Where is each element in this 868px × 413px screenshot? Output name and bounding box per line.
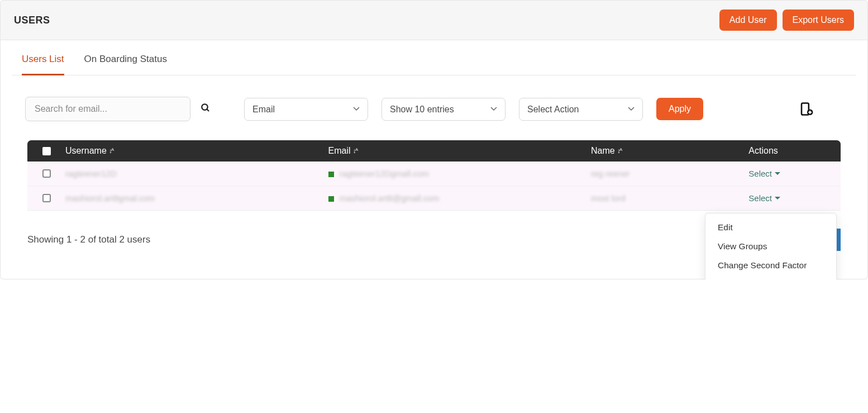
page-header: USERS Add User Export Users bbox=[0, 0, 868, 40]
sort-icon: ↓ᴬ bbox=[109, 147, 113, 155]
select-all-checkbox[interactable] bbox=[42, 147, 51, 155]
tabs-bar: Users List On Boarding Status bbox=[12, 40, 856, 75]
column-name-label: Name bbox=[591, 146, 615, 156]
row-checkbox[interactable] bbox=[42, 194, 51, 202]
column-username[interactable]: Username ↓ᴬ bbox=[65, 146, 328, 156]
filter-row: Email Show 10 entries Select Action Appl… bbox=[12, 75, 856, 140]
row-email: mashiorol.art8@gmall.com bbox=[328, 193, 592, 203]
search-group bbox=[25, 97, 211, 121]
email-filter-select[interactable]: Email bbox=[244, 98, 368, 121]
apply-button[interactable]: Apply bbox=[656, 98, 703, 120]
dropdown-change-second-factor[interactable]: Change Second Factor bbox=[705, 256, 836, 275]
row-actions-cell: Select bbox=[748, 193, 841, 203]
column-actions: Actions bbox=[748, 146, 841, 156]
caret-down-icon bbox=[775, 172, 780, 175]
status-dot-icon bbox=[328, 172, 334, 177]
row-checkbox[interactable] bbox=[42, 169, 51, 178]
row-checkbox-cell bbox=[27, 194, 65, 202]
search-icon[interactable] bbox=[201, 103, 211, 116]
row-email-text: ragteener12Dgmall.com bbox=[340, 169, 429, 178]
row-actions-cell: Select bbox=[748, 169, 841, 178]
svg-point-0 bbox=[202, 104, 208, 110]
table-header-row: Username ↓ᴬ Email ↓ᴬ Name ↓ᴬ Actions bbox=[27, 140, 841, 162]
users-table: Username ↓ᴬ Email ↓ᴬ Name ↓ᴬ Actions rag… bbox=[27, 140, 841, 211]
row-select-label: Select bbox=[748, 193, 772, 203]
row-checkbox-cell bbox=[27, 169, 65, 178]
row-name: most lord bbox=[591, 193, 748, 203]
table-row: ragteener12D ragteener12Dgmall.com reg r… bbox=[27, 162, 841, 186]
dropdown-view-groups[interactable]: View Groups bbox=[705, 237, 836, 256]
svg-line-1 bbox=[207, 109, 209, 111]
column-actions-label: Actions bbox=[748, 146, 778, 156]
dropdown-remove-user-identity[interactable]: Remove User Identity bbox=[705, 275, 836, 279]
action-select[interactable]: Select Action bbox=[519, 98, 643, 121]
tab-onboarding-status[interactable]: On Boarding Status bbox=[84, 40, 167, 75]
sort-icon: ↓ᴬ bbox=[353, 147, 357, 155]
add-device-icon[interactable] bbox=[797, 101, 814, 117]
search-input[interactable] bbox=[25, 97, 190, 121]
row-email: ragteener12Dgmall.com bbox=[328, 169, 592, 178]
row-username: mashiorol.art8gmal.com bbox=[65, 193, 328, 203]
row-actions-dropdown-menu: Edit View Groups Change Second Factor Re… bbox=[705, 213, 837, 279]
tab-users-list[interactable]: Users List bbox=[22, 40, 64, 75]
entries-select[interactable]: Show 10 entries bbox=[381, 98, 505, 121]
sort-icon: ↓ᴬ bbox=[617, 147, 621, 155]
dropdown-edit[interactable]: Edit bbox=[705, 218, 836, 237]
row-email-text: mashiorol.art8@gmall.com bbox=[340, 193, 440, 203]
select-all-checkbox-cell bbox=[27, 146, 65, 156]
add-user-button[interactable]: Add User bbox=[719, 10, 777, 31]
row-name: reg reener bbox=[591, 169, 748, 178]
column-email[interactable]: Email ↓ᴬ bbox=[328, 146, 592, 156]
page-title: USERS bbox=[14, 15, 50, 26]
row-select-label: Select bbox=[748, 169, 772, 178]
status-dot-icon bbox=[328, 196, 334, 202]
summary-text: Showing 1 - 2 of total 2 users bbox=[27, 234, 150, 245]
export-users-button[interactable]: Export Users bbox=[783, 10, 854, 31]
header-actions: Add User Export Users bbox=[719, 10, 854, 31]
caret-down-icon bbox=[775, 197, 780, 200]
row-select-dropdown[interactable]: Select bbox=[748, 193, 780, 203]
row-username: ragteener12D bbox=[65, 169, 328, 178]
row-select-dropdown[interactable]: Select bbox=[748, 169, 780, 178]
column-name[interactable]: Name ↓ᴬ bbox=[591, 146, 748, 156]
table-row: mashiorol.art8gmal.com mashiorol.art8@gm… bbox=[27, 186, 841, 211]
column-email-label: Email bbox=[328, 146, 351, 156]
column-username-label: Username bbox=[65, 146, 107, 156]
